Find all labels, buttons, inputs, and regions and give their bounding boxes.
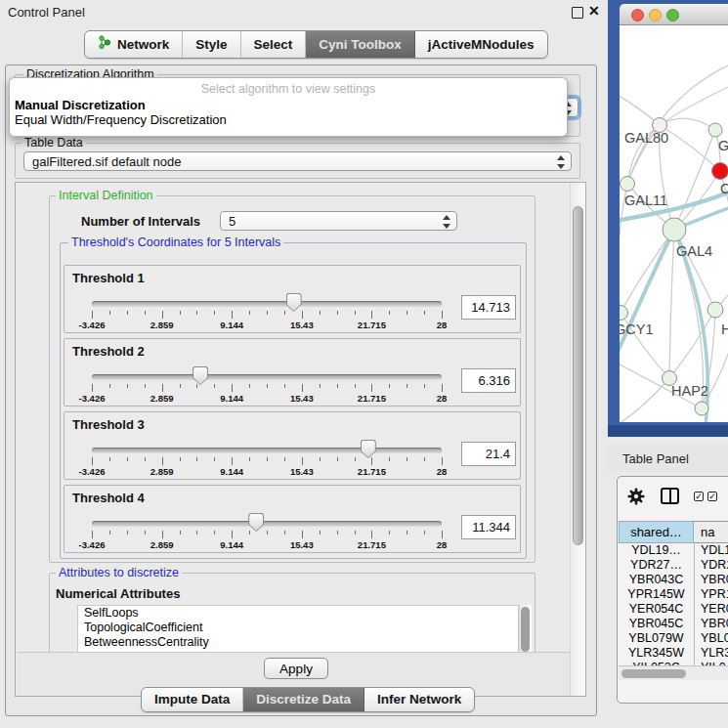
axis-tick-label: 28 xyxy=(417,393,466,404)
table-data-value: galFiltered.sif default node xyxy=(32,154,181,169)
attribute-list-item[interactable]: BetweennessCentrality xyxy=(78,635,518,650)
column-header-name[interactable]: na xyxy=(694,521,728,543)
axis-tick-label: 9.144 xyxy=(207,539,256,550)
control-panel-titlebar: Control Panel ✕ xyxy=(0,0,600,23)
axis-tick-label: 28 xyxy=(417,539,466,550)
axis-tick-label: 28 xyxy=(417,320,466,330)
tab-label: Cyni Toolbox xyxy=(319,37,402,52)
network-node-c[interactable] xyxy=(712,163,728,180)
network-window-titlebar[interactable] xyxy=(620,4,728,25)
settings-scrollpane: Interval Definition Number of Intervals … xyxy=(15,182,586,697)
axis-tick-label: 15.43 xyxy=(278,466,326,477)
interval-definition-title: Interval Definition xyxy=(56,189,156,202)
table-row[interactable]: YLR345WYLR3 xyxy=(619,646,728,661)
algorithm-dropdown-popup: Select algorithm to view settings Manual… xyxy=(9,77,568,137)
tab-infer-network[interactable]: Infer Network xyxy=(364,688,474,711)
checkbox-icon[interactable] xyxy=(707,492,717,501)
close-traffic-light-icon[interactable] xyxy=(631,9,644,21)
table-data-group-title: Table Data xyxy=(21,136,86,150)
table-panel-title: Table Panel xyxy=(622,451,689,466)
network-node-gal11[interactable] xyxy=(621,177,635,192)
slider-track[interactable] xyxy=(92,374,442,380)
table-row[interactable]: YDL19…YDL1 xyxy=(619,543,728,558)
network-node[interactable] xyxy=(695,402,708,415)
window-title: Control Panel xyxy=(8,5,85,20)
num-intervals-value: 5 xyxy=(229,214,236,229)
tab-label: Network xyxy=(117,37,169,52)
close-icon[interactable]: ✕ xyxy=(588,3,600,19)
threshold-label: Threshold 4 xyxy=(72,491,145,505)
tab-jactivemnodules[interactable]: jActiveMNodules xyxy=(415,31,547,58)
scrollbar-thumb[interactable] xyxy=(621,669,686,678)
network-window[interactable]: GAL80GCGAL11GAL4GCY1HHAP2 xyxy=(608,0,728,437)
stepper-icon xyxy=(442,215,450,229)
network-node-g[interactable] xyxy=(708,123,722,137)
slider-track[interactable] xyxy=(92,521,442,527)
axis-tick-label: 2.859 xyxy=(138,393,187,404)
node-label: C xyxy=(720,181,728,196)
slider-thumb[interactable] xyxy=(193,366,208,385)
tab-network[interactable]: Network xyxy=(85,31,183,58)
slider-thumb[interactable] xyxy=(286,293,302,312)
table-row[interactable]: YBL079WYBL0 xyxy=(619,631,728,646)
column-header-shared[interactable]: shared… xyxy=(619,521,694,543)
axis-tick-label: -3.426 xyxy=(67,393,116,404)
numerical-attributes-label: Numerical Attributes xyxy=(56,586,180,601)
table-data-combobox[interactable]: galFiltered.sif default node xyxy=(23,151,572,171)
network-edge xyxy=(620,378,669,422)
node-label: GCY1 xyxy=(620,321,654,337)
column-divider xyxy=(694,543,695,665)
tab-cyni-toolbox[interactable]: Cyni Toolbox xyxy=(306,31,415,58)
thresholds-group-title: Threshold's Coordinates for 5 Intervals xyxy=(68,236,283,249)
zoom-traffic-light-icon[interactable] xyxy=(666,9,679,21)
slider-thumb[interactable] xyxy=(361,440,376,458)
split-pane-icon[interactable] xyxy=(661,488,679,504)
table-row[interactable]: YDR27…YDR2 xyxy=(619,558,728,573)
tab-style[interactable]: Style xyxy=(183,31,240,58)
attribute-list-item[interactable]: SelfLoops xyxy=(78,606,518,621)
tab-select[interactable]: Select xyxy=(241,31,307,58)
table-hscrollbar[interactable] xyxy=(619,665,728,680)
attribute-list-item[interactable]: TopologicalCoefficient xyxy=(78,621,518,635)
axis-tick-label: -3.426 xyxy=(67,320,116,330)
gear-icon[interactable] xyxy=(627,488,645,505)
num-intervals-label: Number of Intervals xyxy=(81,214,200,229)
tab-discretize-data[interactable]: Discretize Data xyxy=(243,688,364,711)
table-data-groupbox: Table Data galFiltered.sif default node xyxy=(15,143,580,179)
threshold-value-field[interactable]: 11.344 xyxy=(461,515,516,539)
network-canvas[interactable]: GAL80GCGAL11GAL4GCY1HHAP2 xyxy=(620,25,728,422)
node-label: GAL11 xyxy=(624,193,667,208)
checkbox-icon[interactable] xyxy=(694,492,704,501)
table-row[interactable]: YPR145WYPR1 xyxy=(619,587,728,602)
threshold-value-field[interactable]: 21.4 xyxy=(461,442,516,466)
minimize-traffic-light-icon[interactable] xyxy=(649,9,662,21)
node-label: GAL4 xyxy=(676,243,712,259)
network-node-gal4[interactable] xyxy=(663,218,686,241)
axis-tick-label: -3.426 xyxy=(67,466,116,477)
threshold-value-field[interactable]: 6.316 xyxy=(461,368,516,393)
tab-impute-data[interactable]: Impute Data xyxy=(142,688,243,711)
dropdown-option[interactable]: Equal Width/Frequency Discretization xyxy=(10,112,567,127)
scrollbar-thumb[interactable] xyxy=(573,206,583,545)
axis-tick-label: 21.715 xyxy=(347,393,396,404)
table-row[interactable]: YER054CYER0 xyxy=(619,602,728,617)
table-row[interactable]: YBR045CYBR0 xyxy=(619,617,728,631)
num-intervals-combobox[interactable]: 5 xyxy=(220,211,457,231)
slider-thumb[interactable] xyxy=(248,513,264,532)
table-panel: shared… na YDL19…YDL1YDR27…YDR2YBR043CYB… xyxy=(617,476,728,704)
tab-label: Impute Data xyxy=(154,692,230,707)
dropdown-option[interactable]: Manual Discretization xyxy=(10,98,567,112)
slider-track[interactable] xyxy=(92,301,442,307)
slider-track[interactable] xyxy=(92,448,442,453)
scrollbar-thumb[interactable] xyxy=(521,607,530,652)
settings-scrollbar[interactable] xyxy=(570,183,586,696)
thresholds-groupbox: Threshold's Coordinates for 5 Intervals … xyxy=(60,242,527,559)
network-node-gcy1[interactable] xyxy=(620,306,628,321)
apply-button[interactable]: Apply xyxy=(264,658,328,679)
stepper-icon xyxy=(556,155,565,169)
axis-tick-label: 2.859 xyxy=(138,539,187,550)
threshold-value-field[interactable]: 14.713 xyxy=(461,295,516,320)
table-row[interactable]: YBR043CYBR0 xyxy=(619,573,728,587)
float-icon[interactable] xyxy=(572,7,583,19)
network-node-h[interactable] xyxy=(707,302,723,318)
